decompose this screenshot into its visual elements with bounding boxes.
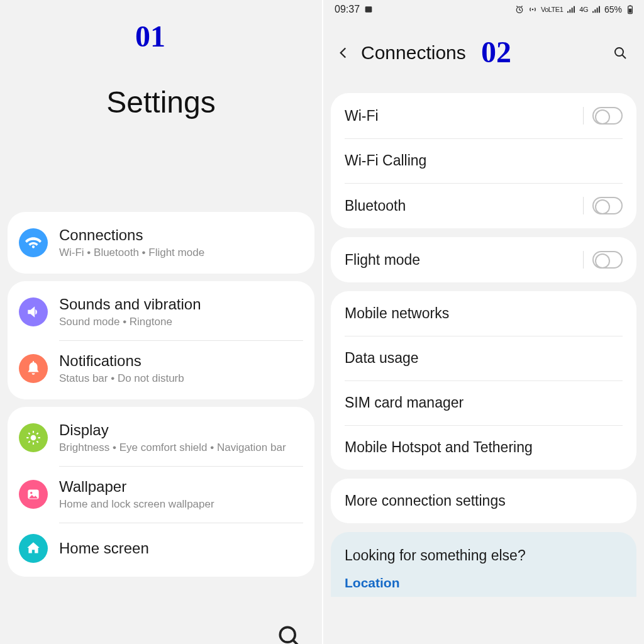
flight-mode-toggle[interactable] <box>592 251 623 269</box>
item-label: Data usage <box>345 350 623 367</box>
settings-item-connections[interactable]: Connections Wi-Fi • Bluetooth • Flight m… <box>8 214 314 271</box>
svg-line-10 <box>36 433 38 435</box>
svg-point-2 <box>31 435 36 441</box>
settings-item-sub: Brightness • Eye comfort shield • Naviga… <box>59 441 302 455</box>
speaker-icon <box>19 297 48 326</box>
connections-item-wifi-calling[interactable]: Wi-Fi Calling <box>331 138 636 183</box>
item-label: Flight mode <box>345 252 583 269</box>
connections-item-hotspot[interactable]: Mobile Hotspot and Tethering <box>331 425 636 470</box>
bluetooth-toggle[interactable] <box>592 197 623 214</box>
home-icon <box>19 534 48 563</box>
signal-icon <box>566 4 576 14</box>
svg-line-8 <box>36 441 38 443</box>
settings-item-notifications[interactable]: Notifications Status bar • Do not distur… <box>8 340 314 397</box>
status-volte: VoLTE1 <box>541 6 563 13</box>
image-icon <box>19 480 48 509</box>
signal-icon <box>591 4 601 14</box>
hint-card: Looking for something else? Location <box>331 532 636 597</box>
settings-item-sub: Wi-Fi • Bluetooth • Flight mode <box>59 246 302 260</box>
step-label-2: 02 <box>481 35 511 69</box>
settings-item-display[interactable]: Display Brightness • Eye comfort shield … <box>8 409 314 466</box>
connections-pane: 09:37 VoLTE1 4G 65% Connections Wi-Fi <box>322 0 644 644</box>
svg-rect-18 <box>629 9 632 13</box>
separator <box>583 107 584 125</box>
connections-item-sim-manager[interactable]: SIM card manager <box>331 380 636 425</box>
connections-item-bluetooth[interactable]: Bluetooth <box>331 183 636 228</box>
svg-point-0 <box>280 627 295 642</box>
search-button[interactable] <box>275 623 303 644</box>
status-battery: 65% <box>604 4 622 14</box>
item-label: Mobile networks <box>345 305 623 322</box>
connections-group: More connection settings <box>331 479 636 523</box>
settings-item-label: Notifications <box>59 352 302 370</box>
status-bar: 09:37 VoLTE1 4G 65% <box>323 0 644 19</box>
hint-title: Looking for something else? <box>345 547 623 564</box>
settings-item-sub: Sound mode • Ringtone <box>59 315 302 329</box>
settings-item-label: Display <box>59 421 302 440</box>
svg-line-1 <box>293 640 299 644</box>
wifi-toggle[interactable] <box>592 107 623 125</box>
svg-line-20 <box>623 55 626 59</box>
alarm-icon <box>514 4 525 14</box>
settings-item-sub: Home and lock screen wallpaper <box>59 497 302 511</box>
settings-item-wallpaper[interactable]: Wallpaper Home and lock screen wallpaper <box>8 466 314 523</box>
connections-group: Flight mode <box>331 237 636 282</box>
settings-item-sounds[interactable]: Sounds and vibration Sound mode • Ringto… <box>8 284 314 340</box>
svg-rect-13 <box>365 6 372 12</box>
connections-item-mobile-networks[interactable]: Mobile networks <box>331 291 636 336</box>
hint-link-location[interactable]: Location <box>345 575 623 591</box>
svg-point-15 <box>532 9 534 11</box>
search-icon <box>275 623 303 644</box>
connections-item-data-usage[interactable]: Data usage <box>331 336 636 380</box>
step-label-1: 01 <box>135 19 165 53</box>
connections-item-flight-mode[interactable]: Flight mode <box>331 237 636 282</box>
settings-item-home-screen[interactable]: Home screen <box>8 523 314 574</box>
back-button[interactable] <box>328 38 358 68</box>
page-title: Settings <box>106 85 215 119</box>
separator <box>583 197 584 214</box>
svg-line-7 <box>28 433 30 435</box>
search-icon <box>613 45 628 60</box>
settings-group: Connections Wi-Fi • Bluetooth • Flight m… <box>8 212 314 274</box>
separator <box>583 251 584 269</box>
hotspot-icon <box>528 4 538 14</box>
settings-group: Display Brightness • Eye comfort shield … <box>8 407 314 577</box>
settings-item-label: Sounds and vibration <box>59 295 302 314</box>
settings-pane: Settings Connections Wi-Fi • Bluetooth •… <box>0 0 322 644</box>
svg-point-12 <box>30 492 32 494</box>
svg-point-19 <box>615 48 623 56</box>
settings-item-label: Home screen <box>59 539 302 558</box>
item-label: Mobile Hotspot and Tethering <box>345 439 623 456</box>
item-label: SIM card manager <box>345 394 623 411</box>
svg-line-9 <box>28 441 30 443</box>
connections-item-more[interactable]: More connection settings <box>331 479 636 523</box>
search-button[interactable] <box>606 39 634 67</box>
bell-icon <box>19 354 48 383</box>
status-time: 09:37 <box>335 4 360 15</box>
item-label: Wi-Fi Calling <box>345 152 623 169</box>
connections-item-wifi[interactable]: Wi-Fi <box>331 93 636 138</box>
battery-icon <box>625 4 635 14</box>
svg-rect-17 <box>630 5 631 6</box>
settings-item-label: Connections <box>59 226 302 245</box>
status-network: 4G <box>579 6 588 13</box>
connections-group: Wi-Fi Wi-Fi Calling Bluetooth <box>331 93 636 228</box>
item-label: Wi-Fi <box>345 108 583 125</box>
settings-group: Sounds and vibration Sound mode • Ringto… <box>8 281 314 399</box>
chevron-left-icon <box>335 45 352 61</box>
settings-item-label: Wallpaper <box>59 477 302 496</box>
sun-icon <box>19 423 48 452</box>
wifi-icon <box>19 228 48 257</box>
image-indicator-icon <box>364 4 374 14</box>
settings-item-sub: Status bar • Do not disturb <box>59 372 302 386</box>
item-label: More connection settings <box>345 492 623 509</box>
item-label: Bluetooth <box>345 197 583 214</box>
connections-group: Mobile networks Data usage SIM card mana… <box>331 291 636 470</box>
